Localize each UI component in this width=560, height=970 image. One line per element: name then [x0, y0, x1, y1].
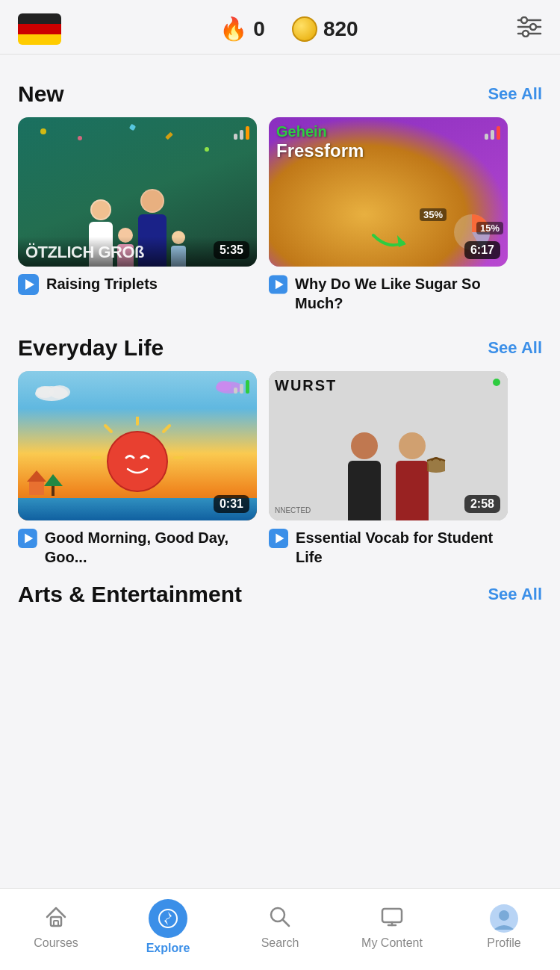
svg-marker-34 [164, 912, 172, 925]
play-icon-sugar [269, 274, 287, 295]
label-essential-vocab: Essential Vocab for Student Life [269, 528, 508, 567]
nav-courses-label: Courses [34, 936, 78, 950]
app-header: 🔥 0 820 [0, 0, 560, 55]
svg-marker-21 [44, 474, 63, 486]
svg-marker-19 [27, 470, 46, 482]
nav-my-content[interactable]: My Content [355, 905, 429, 950]
search-icon [268, 905, 292, 933]
duration-why-sugar: 6:17 [464, 241, 500, 259]
flag-red-stripe [18, 24, 61, 34]
title-why-sugar: Why Do We Like Sugar So Much? [295, 274, 508, 313]
thumb-essential-vocab: WURST NNECTED 2:58 [269, 371, 508, 520]
new-cards-row: ÖTZLICH GROß 5:35 [0, 117, 560, 313]
coin-icon [292, 16, 317, 42]
everyday-section-header: Everyday Life See All [0, 335, 560, 371]
duration-essential-vocab: 2:58 [464, 495, 500, 513]
header-stats: 🔥 0 820 [220, 16, 358, 42]
svg-point-24 [49, 385, 70, 399]
nav-search[interactable]: Search [243, 905, 317, 950]
card-good-morning[interactable]: 0:31 Good Morning, Good Day, Goo... [18, 371, 257, 567]
streak-count: 0 [253, 17, 265, 41]
svg-point-1 [521, 17, 527, 23]
coin-count: 820 [323, 17, 358, 41]
card-why-sugar[interactable]: Gehein Fressform 35% 15% [269, 117, 508, 313]
label-why-sugar: Why Do We Like Sugar So Much? [269, 274, 508, 313]
nav-courses[interactable]: Courses [19, 905, 93, 950]
raising-triplets-overlay-text: ÖTZLICH GROß [25, 243, 144, 261]
label-good-morning: Good Morning, Good Day, Goo... [18, 528, 257, 567]
card-raising-triplets[interactable]: ÖTZLICH GROß 5:35 [18, 117, 257, 313]
duration-good-morning: 0:31 [214, 495, 249, 513]
difficulty-bars-morning [234, 379, 249, 394]
coin-badge: 820 [292, 16, 358, 42]
svg-point-26 [217, 381, 231, 391]
new-section-title: New [18, 81, 64, 107]
duration-raising-triplets: 5:35 [214, 241, 249, 259]
flag-black-stripe [18, 13, 61, 24]
profile-icon [490, 904, 518, 933]
new-section-header: New See All [0, 81, 560, 117]
svg-line-15 [105, 426, 111, 432]
arts-section: Arts & Entertainment See All [0, 582, 560, 618]
nav-search-label: Search [261, 936, 299, 950]
nav-explore-label: Explore [146, 942, 190, 955]
everyday-section-title: Everyday Life [18, 335, 164, 361]
svg-rect-37 [382, 909, 402, 922]
svg-point-3 [530, 24, 536, 30]
svg-line-36 [283, 920, 289, 926]
arts-section-header: Arts & Entertainment See All [0, 582, 560, 618]
everyday-cards-row: 0:31 Good Morning, Good Day, Goo... [0, 371, 560, 567]
nav-profile[interactable]: Profile [467, 904, 541, 950]
home-icon [44, 905, 68, 933]
main-content: New See All [0, 55, 560, 707]
title-good-morning: Good Morning, Good Day, Goo... [45, 528, 257, 567]
thumb-raising-triplets: ÖTZLICH GROß 5:35 [18, 117, 257, 267]
settings-button[interactable] [517, 16, 542, 43]
arts-see-all-button[interactable]: See All [488, 585, 542, 604]
thumb-why-sugar: Gehein Fressform 35% 15% [269, 117, 508, 267]
everyday-see-all-button[interactable]: See All [488, 338, 542, 358]
wurst-text: WURST [275, 377, 337, 394]
svg-rect-18 [29, 482, 44, 495]
nav-profile-label: Profile [487, 936, 520, 950]
play-icon-vocab [269, 528, 288, 549]
svg-line-13 [164, 426, 169, 432]
title-raising-triplets: Raising Triplets [46, 274, 158, 293]
difficulty-bars-raising [234, 125, 249, 140]
connected-label: NNECTED [275, 506, 311, 514]
svg-rect-20 [52, 485, 55, 496]
arts-section-title: Arts & Entertainment [18, 582, 242, 607]
nav-my-content-label: My Content [361, 936, 423, 950]
nav-explore[interactable]: Explore [131, 899, 205, 955]
svg-point-5 [523, 31, 529, 37]
title-essential-vocab: Essential Vocab for Student Life [296, 528, 508, 567]
compass-icon-active [149, 899, 187, 938]
card-essential-vocab[interactable]: WURST NNECTED 2:58 Essential Vo [269, 371, 508, 567]
language-flag[interactable] [18, 13, 61, 45]
monitor-icon [380, 905, 404, 933]
svg-marker-9 [397, 235, 406, 247]
new-see-all-button[interactable]: See All [488, 84, 542, 104]
green-dot-vocab [493, 379, 500, 386]
play-icon-morning [18, 528, 37, 549]
svg-point-40 [499, 910, 509, 921]
sugar-german-title: Gehein Fressform [276, 123, 364, 161]
thumb-good-morning: 0:31 [18, 371, 257, 520]
bottom-nav: Courses Explore Search My Conten [0, 888, 560, 970]
streak-badge: 🔥 0 [220, 17, 265, 41]
fire-icon: 🔥 [220, 18, 247, 40]
play-icon-raising [18, 274, 39, 295]
difficulty-bars-sugar [485, 125, 500, 140]
label-raising-triplets: Raising Triplets [18, 274, 257, 295]
flag-gold-stripe [18, 34, 61, 45]
svg-point-17 [108, 432, 167, 491]
